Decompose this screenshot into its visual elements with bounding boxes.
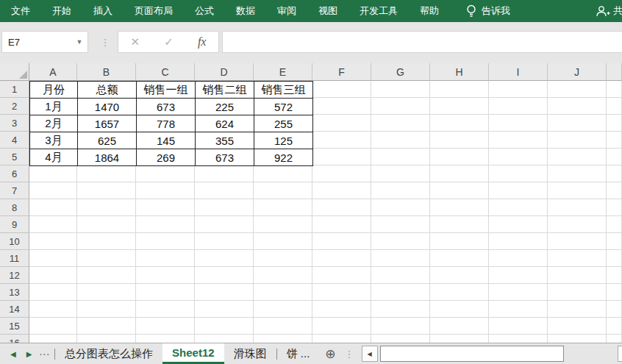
tab-bar-options-icon[interactable]: ⋮ (342, 343, 357, 364)
row-header-1[interactable]: 1 (0, 81, 29, 98)
prev-sheet-icon[interactable]: ◀ (10, 350, 16, 358)
cell-C8[interactable] (136, 199, 195, 216)
scroll-left-button[interactable]: ◀ (362, 346, 378, 362)
column-header-F[interactable]: F (312, 63, 371, 81)
cell-E3[interactable]: 255 (254, 115, 313, 132)
cell-C16[interactable] (136, 335, 195, 343)
cell-E14[interactable] (254, 301, 312, 318)
cell-G14[interactable] (371, 301, 430, 318)
cell-D3[interactable]: 624 (196, 115, 254, 132)
ribbon-tab-2[interactable]: 插入 (82, 0, 124, 22)
cell-F15[interactable] (312, 318, 371, 335)
cell-F12[interactable] (312, 267, 371, 284)
cell-B3[interactable]: 1657 (78, 115, 137, 132)
cell-J11[interactable] (548, 250, 607, 267)
ribbon-tab-1[interactable]: 开始 (41, 0, 82, 22)
column-header-C[interactable]: C (136, 63, 195, 81)
cell-G15[interactable] (371, 318, 430, 335)
cell-E11[interactable] (254, 250, 312, 267)
cell-E12[interactable] (254, 267, 312, 284)
row-header-12[interactable]: 12 (0, 267, 29, 284)
cell-D13[interactable] (195, 284, 254, 301)
cell-F3[interactable] (312, 115, 371, 132)
cell-A16[interactable] (29, 335, 77, 343)
column-header-A[interactable]: A (29, 63, 77, 81)
cell-J9[interactable] (548, 216, 607, 233)
select-all-button[interactable] (0, 63, 29, 81)
row-header-9[interactable]: 9 (0, 216, 29, 233)
cell-B15[interactable] (77, 318, 136, 335)
cell-G13[interactable] (371, 284, 430, 301)
ribbon-tab-8[interactable]: 开发工具 (348, 0, 409, 22)
cell-I15[interactable] (489, 318, 548, 335)
cell-D1[interactable]: 销售二组 (196, 82, 254, 99)
cell-A7[interactable] (29, 182, 77, 199)
row-header-14[interactable]: 14 (0, 301, 29, 318)
cell-B7[interactable] (77, 182, 136, 199)
row-header-11[interactable]: 11 (0, 250, 29, 267)
cell-B9[interactable] (77, 216, 136, 233)
row-header-2[interactable]: 2 (0, 98, 29, 115)
cell-J4[interactable] (548, 132, 607, 149)
ribbon-tab-7[interactable]: 视图 (307, 0, 348, 22)
cell-D14[interactable] (195, 301, 254, 318)
cell-H4[interactable] (430, 132, 489, 149)
cell-F16[interactable] (312, 335, 371, 343)
cell-E15[interactable] (254, 318, 312, 335)
cell-J6[interactable] (548, 165, 607, 182)
cell-D11[interactable] (195, 250, 254, 267)
row-header-5[interactable]: 5 (0, 149, 29, 165)
ribbon-tab-4[interactable]: 公式 (184, 0, 225, 22)
cell-I2[interactable] (489, 98, 548, 115)
column-header-E[interactable]: E (254, 63, 312, 81)
cell-I7[interactable] (489, 182, 548, 199)
cell-H13[interactable] (430, 284, 489, 301)
cell-H15[interactable] (430, 318, 489, 335)
cell-I6[interactable] (489, 165, 548, 182)
column-header-H[interactable]: H (430, 63, 489, 81)
cell-C10[interactable] (136, 233, 195, 250)
ribbon-tab-9[interactable]: 帮助 (409, 0, 450, 22)
insert-function-icon[interactable]: fx (198, 35, 207, 49)
cell-E9[interactable] (254, 216, 312, 233)
cancel-icon[interactable]: ✕ (131, 35, 140, 49)
cell-C2[interactable]: 673 (137, 99, 196, 115)
cell-G4[interactable] (371, 132, 430, 149)
cell-I14[interactable] (489, 301, 548, 318)
cell-E16[interactable] (254, 335, 312, 343)
cell-F10[interactable] (312, 233, 371, 250)
cell-J1[interactable] (548, 81, 607, 98)
cell-E10[interactable] (254, 233, 312, 250)
enter-icon[interactable]: ✓ (164, 35, 174, 49)
cell-F1[interactable] (312, 81, 371, 98)
next-sheet-icon[interactable]: ▶ (26, 350, 32, 358)
cell-J10[interactable] (548, 233, 607, 250)
row-header-15[interactable]: 15 (0, 318, 29, 335)
cell-E2[interactable]: 572 (254, 99, 313, 115)
cell-H16[interactable] (430, 335, 489, 343)
cell-D15[interactable] (195, 318, 254, 335)
cell-H11[interactable] (430, 250, 489, 267)
cell-A15[interactable] (29, 318, 77, 335)
cell-C7[interactable] (136, 182, 195, 199)
cell-B2[interactable]: 1470 (78, 99, 137, 115)
row-header-7[interactable]: 7 (0, 182, 29, 199)
row-header-16[interactable]: 16 (0, 335, 29, 343)
row-header-6[interactable]: 6 (0, 165, 29, 182)
cell-I16[interactable] (489, 335, 548, 343)
cell-A13[interactable] (29, 284, 77, 301)
sheet-tab-1[interactable]: Sheet12 (162, 343, 224, 364)
scrollbar-thumb[interactable] (380, 346, 564, 362)
scroll-right-button[interactable]: ▶ (618, 346, 622, 362)
cell-D10[interactable] (195, 233, 254, 250)
cell-I3[interactable] (489, 115, 548, 132)
cell-A4[interactable]: 3月 (30, 132, 78, 149)
cell-C1[interactable]: 销售一组 (137, 82, 196, 99)
share-button[interactable]: 共享 (596, 4, 622, 18)
cell-J3[interactable] (548, 115, 607, 132)
cell-C15[interactable] (136, 318, 195, 335)
cell-H14[interactable] (430, 301, 489, 318)
cell-J14[interactable] (548, 301, 607, 318)
ribbon-tab-0[interactable]: 文件 (0, 0, 41, 22)
cell-B16[interactable] (77, 335, 136, 343)
